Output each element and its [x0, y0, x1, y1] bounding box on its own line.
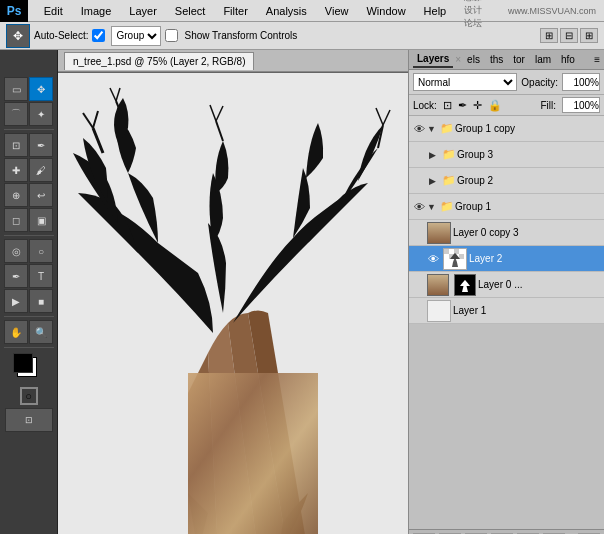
svg-rect-14	[444, 249, 449, 254]
layer-item-group1[interactable]: 👁 ▼ 📁 Group 1	[409, 194, 604, 220]
lasso-tool[interactable]: ⌒	[4, 102, 28, 126]
svg-rect-19	[459, 249, 464, 254]
selection-tool[interactable]: ▭	[4, 77, 28, 101]
menu-edit[interactable]: Edit	[40, 3, 67, 19]
canvas-content	[58, 72, 408, 534]
opacity-input[interactable]	[562, 73, 600, 91]
menu-window[interactable]: Window	[362, 3, 409, 19]
menu-view[interactable]: View	[321, 3, 353, 19]
panel-menu-btn[interactable]: ≡	[594, 54, 600, 65]
panel-bottom-bar: 🔗 fx ⊡ ◑ 📁 □ 🗑	[409, 529, 604, 534]
magic-wand-tool[interactable]: ✦	[29, 102, 53, 126]
layer-name-layer0: Layer 0 ...	[478, 279, 602, 290]
align-center-btn[interactable]: ⊟	[560, 28, 578, 43]
lock-image-btn[interactable]: ✒	[458, 99, 467, 112]
menu-image[interactable]: Image	[77, 3, 116, 19]
zoom-tool[interactable]: 🔍	[29, 320, 53, 344]
pen-tool[interactable]: ✒	[4, 264, 28, 288]
lock-label: Lock:	[413, 100, 437, 111]
layer-name-group3: Group 3	[457, 149, 602, 160]
blend-mode-select[interactable]: Normal	[413, 73, 517, 91]
folder-icon-group1: 📁	[439, 199, 455, 215]
folder-icon-group2: 📁	[441, 173, 457, 189]
layer-item-layer2[interactable]: 👁	[409, 246, 604, 272]
auto-select-dropdown[interactable]: Group Layer	[111, 26, 161, 46]
layer-thumb-layer1	[427, 300, 451, 322]
align-right-btn[interactable]: ⊞	[580, 28, 598, 43]
menu-website: www.MISSVUAN.com	[504, 4, 600, 18]
options-bar: ✥ Auto-Select: Group Layer Show Transfor…	[0, 22, 604, 50]
layer-thumb-layer0-mask	[454, 274, 476, 296]
hand-tool[interactable]: ✋	[4, 320, 28, 344]
crop-tool[interactable]: ⊡	[4, 133, 28, 157]
lock-pixels-btn[interactable]: ⊡	[443, 99, 452, 112]
fill-input[interactable]	[562, 97, 600, 113]
expand-arrow-group1[interactable]: ▼	[427, 202, 439, 212]
document-tab-bar: n_tree_1.psd @ 75% (Layer 2, RGB/8)	[58, 50, 408, 72]
layer-item-layer0copy3[interactable]: Layer 0 copy 3	[409, 220, 604, 246]
tab-actions[interactable]: lam	[531, 52, 555, 67]
visibility-icon-group1[interactable]: 👁	[411, 199, 427, 215]
tab-info[interactable]: hfo	[557, 52, 579, 67]
tab-channels[interactable]: els	[463, 52, 484, 67]
menu-analysis[interactable]: Analysis	[262, 3, 311, 19]
layer-item-layer0[interactable]: Layer 0 ...	[409, 272, 604, 298]
shape-tool[interactable]: ■	[29, 289, 53, 313]
menu-filter[interactable]: Filter	[219, 3, 251, 19]
lock-row: Lock: ⊡ ✒ ✛ 🔒 Fill:	[409, 95, 604, 116]
layer-name-group2: Group 2	[457, 175, 602, 186]
visibility-icon-layer2[interactable]: 👁	[425, 251, 441, 267]
align-left-btn[interactable]: ⊞	[540, 28, 558, 43]
folder-icon-group1copy: 📁	[439, 121, 455, 137]
clone-tool[interactable]: ⊕	[4, 183, 28, 207]
tab-paths[interactable]: ths	[486, 52, 507, 67]
layer-name-layer0copy3: Layer 0 copy 3	[453, 227, 602, 238]
lock-all-btn[interactable]: 🔒	[488, 99, 502, 112]
healing-tool[interactable]: ✚	[4, 158, 28, 182]
menu-forum: 思缘设计论坛	[460, 0, 494, 32]
menu-help[interactable]: Help	[420, 3, 451, 19]
tab-history[interactable]: tor	[509, 52, 529, 67]
move-tool-btn[interactable]: ✥	[6, 24, 30, 48]
menu-select[interactable]: Select	[171, 3, 210, 19]
expand-arrow-group2[interactable]: ▶	[429, 176, 441, 186]
move-tool[interactable]: ✥	[29, 77, 53, 101]
layer-item-group2[interactable]: ▶ 📁 Group 2	[409, 168, 604, 194]
gradient-tool[interactable]: ▣	[29, 208, 53, 232]
tab-layers[interactable]: Layers	[413, 51, 453, 68]
toolbox: Ps ▭ ✥ ⌒ ✦ ⊡ ✒ ✚ 🖌 ⊕ ↩ ◻ ▣ ◎ ○	[0, 50, 58, 534]
show-transform-label: Show Transform Controls	[184, 30, 297, 41]
blur-tool[interactable]: ◎	[4, 239, 28, 263]
visibility-icon-group1copy[interactable]: 👁	[411, 121, 427, 137]
layer-thumb-layer0-color	[427, 274, 449, 296]
tree-svg	[58, 73, 408, 534]
path-select-tool[interactable]: ▶	[4, 289, 28, 313]
expand-arrow-group1copy[interactable]: ▼	[427, 124, 439, 134]
layers-list: 👁 ▼ 📁 Group 1 copy ▶ 📁 Group 3 ▶ 📁 Group…	[409, 116, 604, 529]
dodge-tool[interactable]: ○	[29, 239, 53, 263]
history-brush-tool[interactable]: ↩	[29, 183, 53, 207]
ps-logo: Ps	[0, 0, 28, 22]
type-tool[interactable]: T	[29, 264, 53, 288]
color-swatch[interactable]	[13, 353, 45, 385]
expand-arrow-group3[interactable]: ▶	[429, 150, 441, 160]
auto-select-checkbox[interactable]	[92, 29, 105, 42]
lock-position-btn[interactable]: ✛	[473, 99, 482, 112]
panel-tab-bar: Layers × els ths tor lam hfo ≡	[409, 50, 604, 70]
screen-mode-btn[interactable]: ⊡	[5, 408, 53, 432]
quick-mask-btn[interactable]: ○	[20, 387, 38, 405]
eraser-tool[interactable]: ◻	[4, 208, 28, 232]
layer-item-group3[interactable]: ▶ 📁 Group 3	[409, 142, 604, 168]
svg-rect-18	[454, 249, 459, 254]
menu-layer[interactable]: Layer	[125, 3, 161, 19]
layer-item-layer1[interactable]: Layer 1	[409, 298, 604, 324]
main-area: Ps ▭ ✥ ⌒ ✦ ⊡ ✒ ✚ 🖌 ⊕ ↩ ◻ ▣ ◎ ○	[0, 50, 604, 534]
eyedropper-tool[interactable]: ✒	[29, 133, 53, 157]
layer-item-group1copy[interactable]: 👁 ▼ 📁 Group 1 copy	[409, 116, 604, 142]
layer-name-layer2: Layer 2	[469, 253, 602, 264]
brush-tool[interactable]: 🖌	[29, 158, 53, 182]
layer-thumb-layer2	[443, 248, 467, 270]
show-transform-checkbox[interactable]	[165, 29, 178, 42]
layer-thumb-layer0copy3	[427, 222, 451, 244]
document-tab[interactable]: n_tree_1.psd @ 75% (Layer 2, RGB/8)	[64, 52, 254, 70]
